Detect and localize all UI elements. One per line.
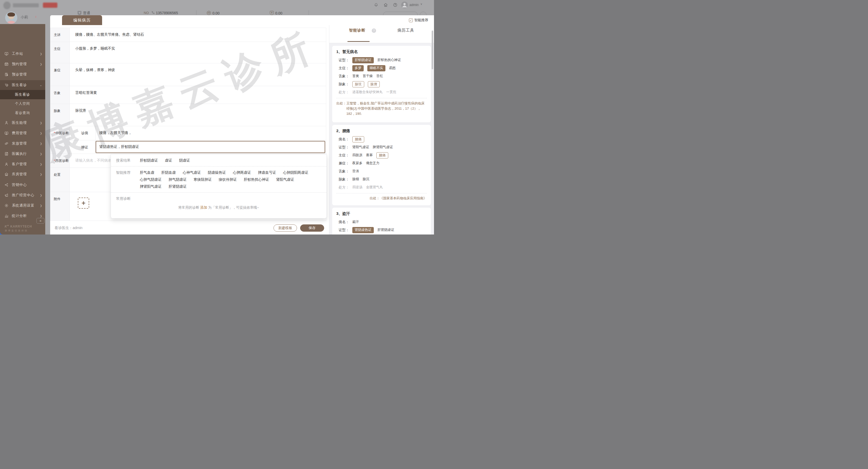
new-template-button[interactable]: 新建模板 xyxy=(274,224,297,232)
symptom-tag[interactable]: 睡眠不实 xyxy=(367,65,385,71)
tab-edit-record[interactable]: 编辑病历 xyxy=(62,15,102,25)
recommend-item[interactable]: 肝郁热扰心神证 xyxy=(244,177,269,182)
tab-record-tools[interactable]: 病历工具 xyxy=(398,28,414,33)
sidebar-item-customers[interactable]: 客户管理 xyxy=(0,160,45,168)
chevron-down-icon xyxy=(39,83,42,87)
tongue-tag[interactable]: 舌淡 xyxy=(352,168,359,175)
prescription-tag[interactable]: 一贯煎 xyxy=(386,89,396,95)
disease-tag[interactable]: 盗汗 xyxy=(352,219,359,225)
fees-icon xyxy=(4,131,8,135)
sidebar-item-warehouse[interactable]: 库房管理 xyxy=(0,170,45,179)
add-link[interactable]: 添加 xyxy=(200,206,207,210)
disease-tag[interactable]: 腰痛 xyxy=(352,136,364,143)
sidebar-item-settings[interactable]: 系统通用设置 xyxy=(0,201,45,210)
chevron-right-icon xyxy=(40,153,42,155)
sidebar-item-promotion[interactable]: 推广经营中心 xyxy=(0,191,45,199)
recommend-item[interactable]: 心神气虚证 xyxy=(183,170,201,175)
sidebar-item-visit-query[interactable]: 看诊查询 xyxy=(0,108,45,117)
pulse-tag[interactable]: 脉细 xyxy=(352,176,359,183)
tongue-tag[interactable]: 苔干燥 xyxy=(363,73,373,80)
sidebar-item-personal-space[interactable]: 个人空间 xyxy=(0,99,45,108)
save-button[interactable]: 保存 xyxy=(300,224,324,232)
tcm-syndrome-input[interactable]: 肾阴虚热证，肝郁阴虚证 xyxy=(96,141,325,153)
recommend-item[interactable]: 肺气阴虚证 xyxy=(168,177,187,182)
search-results-section: 搜索结果 肝郁阴虚证虚证阴虚证 xyxy=(111,154,327,163)
tcm-disease-input[interactable]: 腰痛，左髋关节痛， xyxy=(96,126,326,140)
main-symptoms-input[interactable]: 小腹胀，多梦，睡眠不实 xyxy=(70,42,326,63)
symptom-tag[interactable]: 畏寒 xyxy=(366,152,373,158)
pulse-input[interactable]: 脉弦滑 xyxy=(70,104,326,126)
symptom-tag[interactable]: 腰痛 xyxy=(376,152,388,158)
chevron-right-icon xyxy=(40,163,42,166)
user-avatar[interactable] xyxy=(401,2,408,8)
recommend-item[interactable]: 痰饮停肺证 xyxy=(219,177,237,182)
sidebar-item-dispense[interactable]: 发放管理 xyxy=(0,139,45,148)
question-badge-icon[interactable] xyxy=(372,28,376,33)
bell-icon[interactable] xyxy=(374,3,378,7)
syndrome-tag[interactable]: 肝郁阴虚证 xyxy=(352,57,374,63)
tongue-tag[interactable]: 苔黄 xyxy=(352,73,359,80)
sidebar-item-doctor-visit-group[interactable]: 医生看诊 xyxy=(0,80,45,90)
tongue-tag[interactable]: 舌红 xyxy=(376,73,383,80)
tab-smart-diagnosis[interactable]: 智能诊断 xyxy=(349,28,366,33)
pulse-tag[interactable]: 脉滑 xyxy=(368,81,380,87)
recommend-item[interactable]: 肾阳气虚证 xyxy=(276,177,294,182)
recommend-item[interactable]: 心脾两虚证 xyxy=(233,170,251,175)
smart-recommend-toggle[interactable]: 智能推荐 xyxy=(409,18,428,23)
chief-complaint-input[interactable]: 腰痛，腰痛、左髋关节疼痛。焦虑、肾结石 xyxy=(70,28,326,42)
smart-recommend-section: 智能推荐 肝气血虚肝阴血虚心神气虚证阴虚燥热证心脾两虚证脾虚血亏证心肺阴阳两虚证… xyxy=(111,166,327,189)
scrollbar[interactable] xyxy=(432,31,433,69)
sidebar-item-appointments[interactable]: 预约管理 xyxy=(0,60,45,68)
home-icon[interactable] xyxy=(383,3,388,7)
sidebar-item-fees[interactable]: 费用管理 xyxy=(0,129,45,137)
clinic-logo xyxy=(3,2,10,9)
prescription-tag[interactable]: 金匮肾气丸 xyxy=(366,184,383,191)
balance-icon xyxy=(270,11,274,15)
recommend-item[interactable]: 脾虚血亏证 xyxy=(258,170,276,175)
sidebar-item-marketing[interactable]: 营销中心 xyxy=(0,181,45,189)
recommend-item[interactable]: 肝肾阴虚证 xyxy=(168,184,187,189)
syndrome-tag[interactable]: 肝肾阴虚证 xyxy=(377,227,394,233)
syndrome-tag[interactable]: 肾阳气虚证 xyxy=(352,144,369,151)
recommend-item[interactable]: 肝气血虚 xyxy=(140,170,154,175)
recommend-item[interactable]: 脾肾阳气虚证 xyxy=(140,184,161,189)
syndrome-tag[interactable]: 肾阴虚热证 xyxy=(352,227,374,233)
form-row-accompanying-symptoms: 兼症 头晕，痰稀，畏寒，神疲 xyxy=(51,63,326,86)
search-result-item[interactable]: 虚证 xyxy=(165,158,172,163)
symptom-tag[interactable]: 夜尿多 xyxy=(352,160,363,166)
recommend-item[interactable]: 心肺阴阳两虚证 xyxy=(283,170,308,175)
symptom-tag[interactable]: 倦怠乏力 xyxy=(366,160,379,166)
prescription-tag[interactable]: 逍遥散合朱砂安神丸 xyxy=(352,89,382,95)
help-icon[interactable] xyxy=(393,3,398,7)
symptom-tag[interactable]: 易怒 xyxy=(389,65,396,71)
add-attachment-button[interactable] xyxy=(78,197,89,209)
sidebar-item-workstation[interactable]: 工作站 xyxy=(0,50,45,58)
accompanying-symptoms-input[interactable]: 头晕，痰稀，畏寒，神疲 xyxy=(70,63,326,86)
recommend-item[interactable]: 阴虚燥热证 xyxy=(208,170,226,175)
symptom-tag[interactable]: 多梦 xyxy=(352,65,364,71)
username[interactable]: admin xyxy=(409,3,418,7)
search-result-item[interactable]: 阴虚证 xyxy=(179,158,190,163)
sidebar-item-medical-orders[interactable]: 医嘱执行 xyxy=(0,150,45,158)
recommend-item[interactable]: 心肺气阴虚证 xyxy=(140,177,161,182)
recommend-item[interactable]: 肝阴血虚 xyxy=(161,170,176,175)
brand-logo: K✚ KARRYTECH 康博嘉信息科技 xyxy=(5,224,41,232)
symptom-tag[interactable]: 四肢凉 xyxy=(352,152,363,158)
tongue-input[interactable]: 舌暗红苔薄黄 xyxy=(70,86,326,104)
search-result-item[interactable]: 肝郁阴虚证 xyxy=(140,158,158,163)
pulse-tag[interactable]: 脉沉 xyxy=(363,176,369,183)
sidebar-collapse-button[interactable] xyxy=(36,218,44,224)
sidebar-item-doctor-visit[interactable]: 医生看诊 xyxy=(0,90,45,99)
tcm-syndrome-row: 辨证 肾阴虚热证，肝郁阴虚证 xyxy=(70,140,326,154)
chevron-right-icon xyxy=(40,142,42,145)
pulse-tag[interactable]: 脉弦 xyxy=(352,81,364,87)
warehouse-icon xyxy=(4,172,8,176)
diagnosis-card-2: 2、腰痛 病名：腰痛 证型：肾阳气虚证脾肾阳气虚证 主症：四肢凉畏寒腰痛 兼症：… xyxy=(332,125,431,205)
chevron-down-icon[interactable]: ∨ xyxy=(420,2,422,6)
prescription-tag[interactable]: 四逆汤 xyxy=(352,184,363,191)
syndrome-tag[interactable]: 肝郁热扰心神证 xyxy=(377,57,401,63)
recommend-item[interactable]: 寒痰阻肺证 xyxy=(194,177,212,182)
syndrome-tag[interactable]: 脾肾阳气虚证 xyxy=(373,144,393,151)
sidebar-item-doctor-assistant[interactable]: 医生助理 xyxy=(0,118,45,127)
sidebar-item-pre-diagnosis[interactable]: 预诊管理 xyxy=(0,70,45,79)
